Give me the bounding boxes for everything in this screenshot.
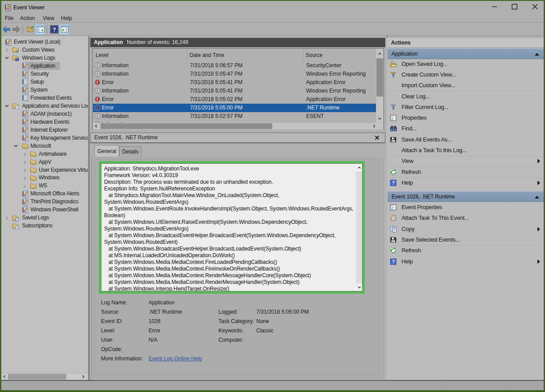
svg-text:?: ?: [392, 180, 395, 186]
svg-text:?: ?: [52, 26, 56, 33]
svg-text:?: ?: [392, 259, 395, 264]
